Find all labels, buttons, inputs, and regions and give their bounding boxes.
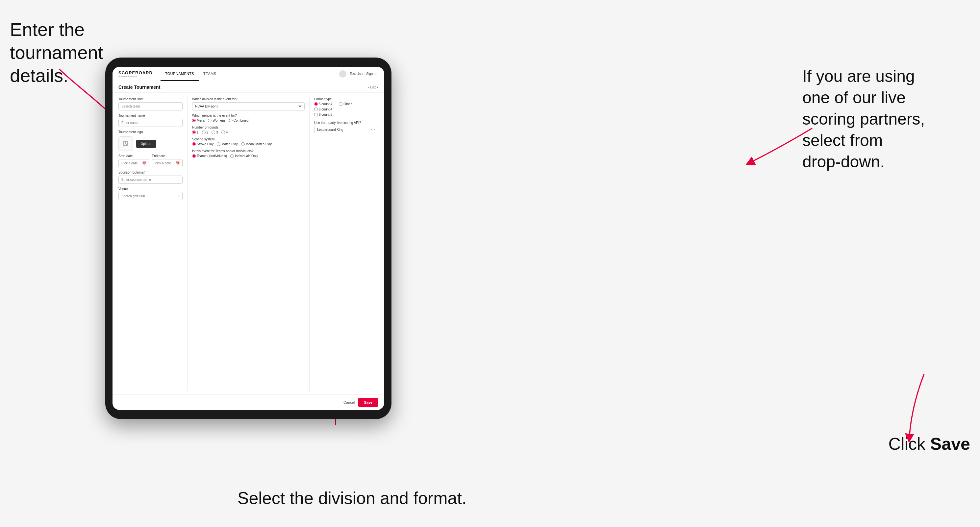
- gender-combined[interactable]: Combined: [229, 119, 249, 122]
- nav-user-text: Test User | Sign out: [350, 72, 378, 76]
- rounds-4-label: 4: [226, 130, 228, 134]
- format-other[interactable]: Other: [339, 102, 352, 106]
- rounds-2-radio[interactable]: [202, 130, 205, 134]
- tournament-host-group: Tournament Host: [118, 97, 183, 111]
- rounds-1[interactable]: 1: [192, 130, 199, 134]
- gender-mens[interactable]: Mens: [192, 119, 205, 122]
- division-label: Which division is the event for?: [192, 97, 305, 101]
- format-5count4[interactable]: 5 count 4: [314, 102, 332, 106]
- division-select[interactable]: NCAA Division I: [192, 102, 305, 111]
- rounds-radio-group: 1 2 3 4: [192, 130, 305, 134]
- venue-label: Venue: [118, 187, 183, 190]
- gender-group: Which gender is the event for? Mens Wome…: [192, 114, 305, 122]
- scoring-label: Scoring system: [192, 137, 305, 141]
- action-bar: Cancel Save: [113, 395, 384, 410]
- scoring-stroke[interactable]: Stroke Play: [192, 142, 213, 146]
- back-link[interactable]: Back: [368, 85, 378, 89]
- start-date-group: Start date 📅: [118, 154, 150, 167]
- annotation-top-right: If you are using one of our live scoring…: [802, 66, 974, 173]
- rounds-3-label: 3: [216, 130, 218, 134]
- annotation-top-left: Enter the tournament details.: [10, 18, 103, 87]
- format-6count4[interactable]: 6 count 4: [314, 108, 332, 111]
- rounds-2[interactable]: 2: [202, 130, 208, 134]
- rounds-1-label: 1: [197, 130, 199, 134]
- team-teams-radio[interactable]: [192, 154, 196, 158]
- format-6count5[interactable]: 6 count 5: [314, 113, 332, 116]
- nav-tab-teams[interactable]: TEAMS: [199, 67, 221, 81]
- end-date-wrap: 📅: [152, 159, 183, 167]
- end-date-group: End date 📅: [152, 154, 183, 167]
- sponsor-label: Sponsor (optional): [118, 171, 183, 174]
- page-content: Create Tournament Back Tournament Host T…: [113, 81, 384, 410]
- venue-group: Venue ▾: [118, 187, 183, 200]
- live-scoring-clear-btn[interactable]: ×: [371, 127, 372, 132]
- scoring-medal-label: Medal Match Play: [246, 142, 272, 146]
- format-other-radio[interactable]: [339, 102, 342, 106]
- scoring-match-radio[interactable]: [217, 142, 220, 146]
- format-6count4-radio[interactable]: [314, 108, 318, 111]
- team-label: Is this event for Teams and/or Individua…: [192, 149, 305, 153]
- format-6count5-radio[interactable]: [314, 113, 318, 116]
- rounds-3[interactable]: 3: [212, 130, 218, 134]
- rounds-label: Number of rounds: [192, 125, 305, 129]
- gender-womens[interactable]: Womens: [208, 119, 225, 122]
- arrow-bottom-right: [858, 371, 931, 443]
- team-group: Is this event for Teams and/or Individua…: [192, 149, 305, 158]
- nav-tabs: TOURNAMENTS TEAMS: [161, 67, 221, 81]
- team-individuals[interactable]: Individuals Only: [230, 154, 258, 158]
- user-avatar: [339, 70, 347, 78]
- team-individuals-label: Individuals Only: [235, 154, 258, 158]
- save-button[interactable]: Save: [358, 398, 378, 407]
- scoring-medal[interactable]: Medal Match Play: [241, 142, 272, 146]
- image-icon: 🖼: [123, 140, 129, 147]
- team-teams[interactable]: Teams (+Individuals): [192, 154, 227, 158]
- start-date-wrap: 📅: [118, 159, 150, 167]
- annotation-bottom-right: Click Save: [888, 433, 970, 455]
- live-scoring-select-wrap[interactable]: Leaderboard King × ▸: [314, 126, 378, 133]
- tournament-name-input[interactable]: [118, 119, 183, 127]
- rounds-4[interactable]: 4: [221, 130, 228, 134]
- gender-mens-radio[interactable]: [192, 119, 196, 122]
- team-individuals-radio[interactable]: [230, 154, 234, 158]
- nav-tab-tournaments[interactable]: TOURNAMENTS: [161, 67, 199, 81]
- rounds-2-label: 2: [207, 130, 208, 134]
- nav-right: Test User | Sign out: [339, 70, 378, 78]
- form-area: Tournament Host Tournament name Tourname…: [113, 93, 384, 395]
- format-other-label: Other: [344, 102, 352, 106]
- sponsor-group: Sponsor (optional): [118, 171, 183, 184]
- team-teams-label: Teams (+Individuals): [197, 154, 227, 158]
- format-6count5-label: 6 count 5: [319, 113, 332, 116]
- format-5count4-radio[interactable]: [314, 102, 318, 106]
- rounds-4-radio[interactable]: [221, 130, 225, 134]
- nav-logo: SCOREBOARD Powered by clippit: [118, 70, 153, 78]
- scoring-medal-radio[interactable]: [241, 142, 245, 146]
- rounds-3-radio[interactable]: [212, 130, 215, 134]
- scoring-group: Scoring system Stroke Play Match Play: [192, 137, 305, 146]
- nav-logo-sub: Powered by clippit: [118, 75, 153, 78]
- tournament-host-label: Tournament Host: [118, 97, 183, 101]
- scoring-stroke-radio[interactable]: [192, 142, 196, 146]
- gender-label: Which gender is the event for?: [192, 114, 305, 117]
- upload-button[interactable]: Upload: [136, 140, 156, 148]
- sub-header: Create Tournament Back: [113, 81, 384, 93]
- tournament-name-label: Tournament name: [118, 114, 183, 117]
- logo-placeholder: 🖼: [118, 137, 133, 151]
- gender-womens-radio[interactable]: [208, 119, 212, 122]
- tablet-screen: SCOREBOARD Powered by clippit TOURNAMENT…: [113, 67, 384, 410]
- tournament-host-input[interactable]: [118, 102, 183, 111]
- cancel-button[interactable]: Cancel: [344, 400, 355, 404]
- team-radio-group: Teams (+Individuals) Individuals Only: [192, 154, 305, 158]
- nav-logo-main: SCOREBOARD: [118, 70, 153, 75]
- click-save-prefix: Click: [888, 434, 930, 453]
- format-5count4-label: 5 count 4: [319, 102, 332, 106]
- rounds-1-radio[interactable]: [192, 130, 196, 134]
- tournament-logo-label: Tournament logo: [118, 130, 183, 134]
- gender-combined-radio[interactable]: [229, 119, 232, 122]
- venue-input[interactable]: [118, 192, 183, 200]
- gender-womens-label: Womens: [213, 119, 225, 122]
- form-col-right: Format type 5 count 4 6 count 4: [314, 97, 378, 391]
- format-6count4-label: 6 count 4: [319, 108, 332, 111]
- sponsor-input[interactable]: [118, 176, 183, 184]
- end-date-label: End date: [152, 154, 183, 158]
- scoring-match[interactable]: Match Play: [217, 142, 237, 146]
